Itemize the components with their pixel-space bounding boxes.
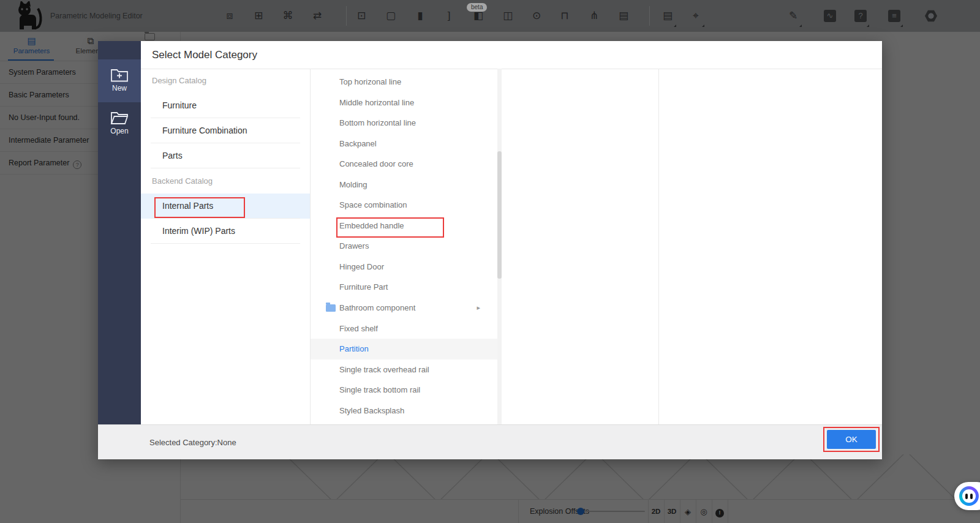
- catalog-group-label: Backend Catalog: [141, 168, 310, 194]
- dropdown-caret-icon: [702, 24, 704, 27]
- catalog-column: Design CatalogFurnitureFurniture Combina…: [141, 69, 311, 424]
- dialog-footer: Selected Category:None: [98, 424, 882, 459]
- dialog-title: Select Model Category: [152, 41, 257, 69]
- folder-open-icon: [110, 110, 129, 126]
- catalog-item[interactable]: Parts: [141, 143, 310, 168]
- subcategory-item[interactable]: Bathroom component▸: [311, 298, 497, 318]
- annotate-frame-icon[interactable]: ▢: [382, 0, 399, 32]
- subcategory-item[interactable]: Middle horizontal line: [311, 92, 497, 113]
- catalog-group-label: Design Catalog: [141, 69, 310, 93]
- dropdown-caret-icon: [674, 24, 676, 27]
- settings-nut-icon[interactable]: [925, 10, 937, 22]
- subcategory-item[interactable]: Backpanel: [311, 134, 497, 154]
- assistant-robot-icon: [959, 486, 979, 506]
- new-button[interactable]: New: [98, 59, 141, 102]
- help-icon[interactable]: ?: [854, 10, 867, 22]
- component-cube-icon[interactable]: ⊞: [250, 0, 267, 32]
- export-doc-icon[interactable]: ▤: [659, 0, 676, 32]
- model-badge-icon[interactable]: ⌖: [687, 0, 704, 32]
- door-panel-icon[interactable]: ◫: [499, 0, 516, 32]
- folder-icon: [326, 304, 336, 312]
- subcategory-item[interactable]: Molding: [311, 175, 497, 195]
- select-model-category-dialog: New Open Select Model Category Design Ca…: [98, 41, 882, 459]
- formula-cube-icon[interactable]: ◧: [470, 0, 487, 32]
- edit-pencil-icon[interactable]: ✎: [785, 0, 802, 32]
- frame-select-icon[interactable]: ⊡: [353, 0, 370, 32]
- knot-icon[interactable]: ⌘: [279, 0, 296, 32]
- cat-logo: [11, 1, 44, 32]
- catalog-item[interactable]: Interim (WIP) Parts: [141, 219, 310, 244]
- selected-category-label: Selected Category:None: [149, 425, 236, 460]
- scrollbar-track[interactable]: [497, 69, 502, 424]
- node-path-icon[interactable]: ⋔: [586, 0, 603, 32]
- dropdown-caret-icon: [867, 24, 869, 27]
- bracket-icon[interactable]: ]: [440, 0, 458, 32]
- subcategory-item[interactable]: Single track bottom rail: [311, 380, 497, 401]
- subcategory-item[interactable]: Space combination: [311, 195, 497, 216]
- toolbar-divider: [346, 6, 347, 26]
- dropdown-caret-icon: [799, 24, 802, 27]
- catalog-item[interactable]: Furniture: [141, 93, 310, 118]
- top-toolbar: Parametric Modeling Editor beta ⧈⊞⌘⇄⊡▢▮]…: [0, 0, 980, 32]
- box-model-icon[interactable]: ⧈: [221, 0, 238, 32]
- ok-button[interactable]: OK: [827, 430, 876, 449]
- dropdown-caret-icon: [900, 24, 903, 27]
- subcategory-item[interactable]: Hinged Door: [311, 257, 497, 277]
- activity-icon[interactable]: ∿: [824, 10, 836, 22]
- app-title: Parametric Modeling Editor: [50, 0, 143, 32]
- subcategory-column: Top horizonal lineMiddle horizontal line…: [311, 69, 497, 424]
- pin-icon[interactable]: ⊙: [528, 0, 545, 32]
- panel-divider: [658, 69, 659, 424]
- folder-plus-icon: [110, 67, 129, 83]
- scrollbar-thumb[interactable]: [497, 151, 502, 279]
- subcategory-item[interactable]: Single track overhead rail: [311, 359, 497, 380]
- catalog-item[interactable]: Internal Parts: [141, 194, 310, 219]
- subcategory-item[interactable]: Styled Backsplash: [311, 401, 497, 421]
- subcategory-item[interactable]: Embedded handle: [311, 216, 497, 236]
- subcategory-item[interactable]: Concealed door core: [311, 154, 497, 175]
- subcategory-item[interactable]: Drawers: [311, 236, 497, 257]
- catalog-item[interactable]: Furniture Combination: [141, 118, 310, 143]
- subcategory-item[interactable]: Bottom horizontal line: [311, 113, 497, 134]
- dialog-side-rail: New Open: [98, 41, 141, 459]
- chevron-right-icon: ▸: [477, 298, 480, 318]
- hardware-fitting-icon[interactable]: ⊓: [556, 0, 573, 32]
- subcategory-item[interactable]: Fixed shelf: [311, 318, 497, 339]
- swap-arrows-icon[interactable]: ⇄: [309, 0, 326, 32]
- notes-doc-icon[interactable]: ≡: [888, 10, 900, 22]
- toolbar-divider: [649, 6, 650, 26]
- subcategory-item[interactable]: Top horizonal line: [311, 72, 497, 92]
- subcategory-item[interactable]: Partition: [311, 339, 497, 359]
- doc-settings-icon[interactable]: ▤: [615, 0, 632, 32]
- assistant-chat-button[interactable]: [954, 482, 980, 510]
- pillar-icon[interactable]: ▮: [412, 0, 429, 32]
- subcategory-item[interactable]: Furniture Part: [311, 277, 497, 298]
- open-button[interactable]: Open: [98, 102, 141, 145]
